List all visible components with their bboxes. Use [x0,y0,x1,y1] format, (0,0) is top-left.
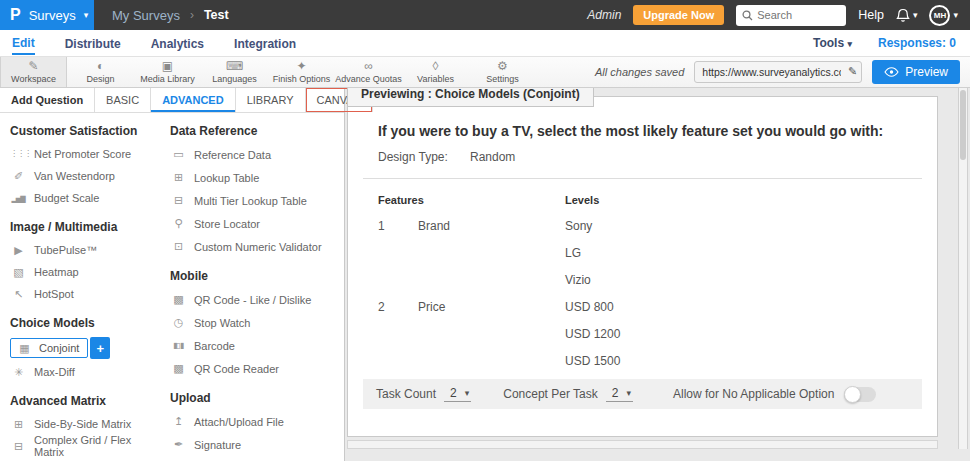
section-upload: Upload [170,391,342,405]
breadcrumb-current-survey: Test [204,8,229,22]
item-heatmap[interactable]: ▧ Heatmap [10,261,160,283]
item-store-locator[interactable]: ⚲ Store Locator [170,212,342,235]
admin-label: Admin [587,8,621,22]
no-applicable-option-toggle[interactable] [844,387,876,402]
reference-data-icon: ▭ [170,149,186,160]
lookup-table-icon: ⊞ [170,172,186,183]
toggle-knob [844,386,861,403]
item-complex-grid[interactable]: ⊟ Complex Grid / Flex Matrix [10,435,160,457]
attach-upload-icon: ↥ [170,416,186,427]
item-side-by-side-matrix[interactable]: ⊞ Side-By-Side Matrix [10,413,160,435]
breadcrumb: My Surveys › Test [112,8,229,23]
feature-name: Price [418,300,445,314]
item-reference-data[interactable]: ▭ Reference Data [170,143,342,166]
tab-library[interactable]: LIBRARY [236,88,306,112]
chevron-down-icon: ▾ [626,389,631,398]
tab-basic[interactable]: BASIC [95,88,151,112]
tab-edit[interactable]: Edit [12,31,35,55]
chevron-down-icon: ▾ [953,11,958,20]
tab-advanced[interactable]: ADVANCED [151,88,236,112]
section-mobile: Mobile [170,269,342,283]
settings-icon: ⚙ [497,60,508,73]
numeric-validator-icon: ⊡ [170,241,186,252]
toolbar-variables-button[interactable]: ◊ Variables [402,57,469,87]
qr-reader-icon: ▩ [170,363,186,374]
tab-analytics[interactable]: Analytics [151,32,204,54]
advance-quotas-icon: ∞ [364,60,373,73]
divider [363,178,922,179]
design-type-label: Design Type: [378,150,448,164]
toolbar-design-button[interactable]: ◐ Design [67,57,134,87]
search-input[interactable] [757,9,837,21]
chevron-down-icon: ▾ [913,11,918,20]
account-menu[interactable]: MH ▾ [929,5,958,26]
item-signature[interactable]: ✒ Signature [170,433,342,456]
item-stop-watch[interactable]: ◷ Stop Watch [170,311,342,334]
store-locator-icon: ⚲ [170,218,186,229]
survey-url-input[interactable] [694,61,862,83]
upgrade-now-button[interactable]: Upgrade Now [633,5,724,25]
item-tubepulse[interactable]: ▶ TubePulse™ [10,239,160,261]
tab-distribute[interactable]: Distribute [65,32,121,54]
brand-menu[interactable]: P Surveys ▾ [0,0,94,30]
item-budget-scale[interactable]: ▂▅▇ Budget Scale [10,187,160,209]
edit-toolbar: ✎ Workspace ◐ Design ▣ Media Library ⌨ L… [0,57,970,88]
notifications-menu[interactable]: ▾ [896,8,918,23]
item-lookup-table[interactable]: ⊞ Lookup Table [170,166,342,189]
toolbar-languages-button[interactable]: ⌨ Languages [201,57,268,87]
breadcrumb-my-surveys[interactable]: My Surveys [112,8,180,23]
item-qr-code-reader[interactable]: ▩ QR Code Reader [170,357,342,380]
levels-header: Levels [565,194,599,206]
item-attach-upload-file[interactable]: ↥ Attach/Upload File [170,410,342,433]
search-icon [742,10,753,21]
conjoint-options-bar: Task Count 2 ▾ Concept Per Task 2 ▾ Allo… [363,379,922,409]
search-box[interactable] [736,5,846,26]
tubepulse-icon: ▶ [10,245,26,256]
horizontal-scrollbar[interactable] [347,440,938,449]
level-value: Sony [565,219,592,233]
question-text: If you were to buy a TV, select the most… [378,123,913,139]
item-qr-like-dislike[interactable]: ▩ QR Code - Like / Dislike [170,288,342,311]
complex-grid-icon: ⊟ [10,441,26,452]
nps-icon: ⋮⋮⋮ [10,150,26,158]
top-bar: P Surveys ▾ My Surveys › Test Admin Upgr… [0,0,970,30]
concept-per-task-select[interactable]: 2 ▾ [606,386,633,402]
toolbar-advance-quotas-button[interactable]: ∞ Advance Quotas [335,57,402,87]
questionpro-logo-icon: P [10,6,21,25]
budget-scale-icon: ▂▅▇ [10,195,26,202]
vertical-scrollbar[interactable] [958,88,968,449]
help-link[interactable]: Help [858,8,884,22]
item-net-promoter-score[interactable]: ⋮⋮⋮ Net Promoter Score [10,143,160,165]
item-conjoint[interactable]: ▦ Conjoint [10,338,88,358]
task-count-select[interactable]: 2 ▾ [444,386,471,402]
side-by-side-matrix-icon: ⊞ [10,419,26,430]
feature-number: 1 [378,219,385,233]
add-conjoint-button[interactable]: + [90,337,110,359]
item-custom-numeric-validator[interactable]: ⊡ Custom Numeric Validator [170,235,342,258]
scrollbar-thumb[interactable] [960,90,966,160]
section-choice-models: Choice Models [10,316,160,330]
toolbar-finish-options-button[interactable]: ✦ Finish Options [268,57,335,87]
workspace-icon: ✎ [28,60,38,73]
conjoint-preview-card: If you were to buy a TV, select the most… [347,96,938,437]
van-westendorp-icon: ✐ [10,171,26,182]
barcode-icon: ▮▯▮ [170,342,186,350]
toolbar-workspace-button[interactable]: ✎ Workspace [0,57,67,87]
tools-menu[interactable]: Tools ▾ [813,36,852,50]
preview-button[interactable]: Preview [872,60,960,84]
item-hotspot[interactable]: ↖ HotSpot [10,283,160,305]
media-library-icon: ▣ [162,60,173,73]
item-van-westendorp[interactable]: ✐ Van Westendorp [10,165,160,187]
item-multi-tier-lookup-table[interactable]: ⊟ Multi Tier Lookup Table [170,189,342,212]
add-question-panel: Add Question BASIC ADVANCED LIBRARY CANV… [0,88,345,461]
edit-url-icon[interactable]: ✎ [848,65,857,78]
responses-count[interactable]: Responses: 0 [878,36,956,50]
level-value: USD 1500 [565,354,620,368]
level-value: USD 800 [565,300,614,314]
item-barcode[interactable]: ▮▯▮ Barcode [170,334,342,357]
toolbar-media-library-button[interactable]: ▣ Media Library [134,57,201,87]
level-value: LG [565,246,581,260]
item-max-diff[interactable]: ✳ Max-Diff [10,361,160,383]
toolbar-settings-button[interactable]: ⚙ Settings [469,57,536,87]
tab-integration[interactable]: Integration [234,32,296,54]
